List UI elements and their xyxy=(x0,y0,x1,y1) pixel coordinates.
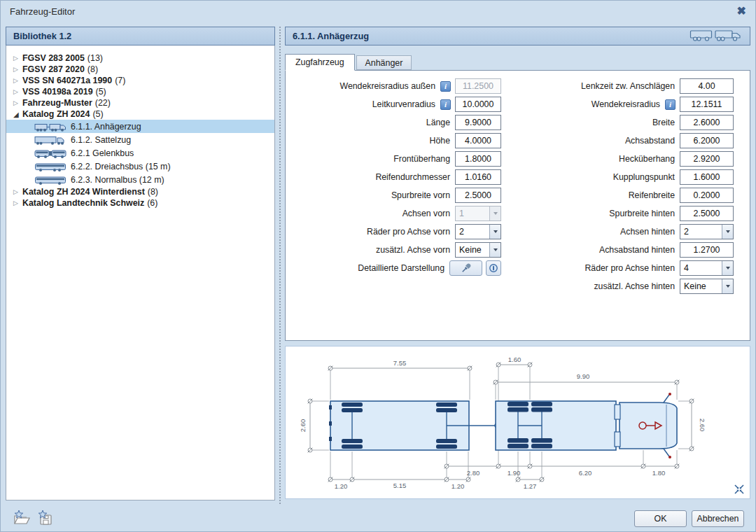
field-label: Leitkurvenradius xyxy=(372,99,435,109)
panel-splitter[interactable] xyxy=(279,27,281,504)
tree-item-fgsv-283[interactable]: ▷ FGSV 283 2005 (13) xyxy=(6,52,274,64)
field-label: Wendekreisradius außen xyxy=(340,81,435,91)
form-row: Wendekreisradius außen i xyxy=(286,77,501,95)
form-row: Kupplungspunkt xyxy=(519,168,734,186)
articulated-bus-icon xyxy=(34,148,66,159)
kupplungspunkt-input[interactable] xyxy=(680,169,734,185)
wendekreisradius-input[interactable] xyxy=(680,97,734,112)
tree-item-katalog-zh-2024[interactable]: ◢ Katalog ZH 2024 (5) xyxy=(6,108,274,120)
field-label: Spurbreite hinten xyxy=(609,209,675,218)
raeder-pro-achse-vorn-select[interactable]: 2 xyxy=(455,224,501,239)
field-label: Achsen hinten xyxy=(620,227,675,237)
detail-toggle-button[interactable] xyxy=(486,260,501,276)
tab-zugfahrzeug[interactable]: Zugfahrzeug xyxy=(285,54,355,71)
tree-item-landtechnik[interactable]: ▷ Katalog Landtechnik Schweiz (6) xyxy=(6,197,274,209)
chevron-expanded-icon[interactable]: ◢ xyxy=(13,111,22,118)
info-icon[interactable]: i xyxy=(665,99,676,110)
field-label: Räder pro Achse hinten xyxy=(584,263,675,273)
tree-item-dreiachsbus[interactable]: 6.2.2. Dreiachsbus (15 m) xyxy=(6,160,274,173)
leitkurvenradius-input[interactable] xyxy=(455,97,501,112)
form-row: zusätzl. Achse hinten Keine xyxy=(519,277,734,295)
close-icon[interactable]: ✖ xyxy=(737,6,746,17)
truck-trailer-icon xyxy=(34,121,66,132)
form-row: Spurbreite hinten xyxy=(519,204,734,223)
tree-item-anhaengerzug[interactable]: 6.1.1. Anhägerzug xyxy=(6,120,274,133)
dim-label: 1.27 xyxy=(524,482,537,490)
editor-tabs: Zugfahrzeug Anhänger xyxy=(285,54,750,70)
form-row: Achsabstand hinten xyxy=(519,241,734,259)
tree-item-sattelzug[interactable]: 6.1.2. Sattelzug xyxy=(6,133,274,146)
editor-panel: 6.1.1. Anhägerzug Zugfahrzeug xyxy=(285,27,750,500)
chevron-down-icon xyxy=(489,243,500,257)
form-row: Länge xyxy=(286,113,501,132)
dim-label: 2.80 xyxy=(467,469,480,477)
collapse-preview-icon[interactable] xyxy=(734,484,745,495)
reifenbreite-input[interactable] xyxy=(680,188,734,203)
achsabstand-input[interactable] xyxy=(680,133,734,148)
tree-item-vss-sn[interactable]: ▷ VSS SN 640271a 1990 (7) xyxy=(6,75,274,86)
achsabstand-hinten-input[interactable] xyxy=(680,242,734,258)
breite-input[interactable] xyxy=(680,115,734,130)
open-favorite-button[interactable] xyxy=(12,510,31,528)
field-label: Kupplungspunkt xyxy=(613,172,675,182)
tree-item-fahrzeug-muster[interactable]: ▷ Fahrzeug-Muster (22) xyxy=(6,97,274,108)
library-header-label: Bibliothek 1.2 xyxy=(13,31,71,41)
form-row: Achsen hinten 2 xyxy=(519,223,734,241)
bus-icon xyxy=(34,174,66,186)
truck-trailer-outline-icon xyxy=(690,28,743,44)
zusaetzl-achse-vorn-select[interactable]: Keine xyxy=(455,242,501,258)
dim-label: 1.80 xyxy=(652,469,666,477)
pipette-button[interactable] xyxy=(449,260,482,276)
folder-star-icon xyxy=(13,510,31,526)
raeder-pro-achse-hinten-select[interactable]: 4 xyxy=(680,260,734,276)
achsen-hinten-select[interactable]: 2 xyxy=(680,224,734,239)
chevron-collapsed-icon[interactable]: ▷ xyxy=(13,66,22,73)
library-header: Bibliothek 1.2 xyxy=(6,27,275,46)
reifendurchmesser-input[interactable] xyxy=(455,169,501,185)
zusaetzl-achse-hinten-select[interactable]: Keine xyxy=(680,279,734,294)
dim-label: 2.60 xyxy=(699,419,706,432)
chevron-down-icon xyxy=(722,261,733,275)
wendekreisradius-aussen-input[interactable] xyxy=(455,78,501,94)
dialog-footer: OK Abbrechen xyxy=(0,505,756,532)
chevron-collapsed-icon[interactable]: ▷ xyxy=(13,188,22,195)
field-label: Lenkzeit zw. Anschlägen xyxy=(581,81,675,91)
chevron-collapsed-icon[interactable]: ▷ xyxy=(13,77,22,84)
chevron-collapsed-icon[interactable]: ▷ xyxy=(13,55,22,62)
spurbreite-vorn-input[interactable] xyxy=(455,188,501,203)
achsen-vorn-select[interactable]: 1 xyxy=(455,206,501,221)
vehicle-form: Wendekreisradius außen i Leitkurvenradiu… xyxy=(285,70,750,341)
laenge-input[interactable] xyxy=(455,115,501,130)
vehicle-plan-drawing: 7.55 1.60 9.90 2.60 2.60 2.80 1.90 6.20 … xyxy=(286,346,748,498)
info-icon[interactable]: i xyxy=(440,81,451,92)
tree-item-fgsv-287[interactable]: ▷ FGSV 287 2020 (8) xyxy=(6,64,274,75)
hoehe-input[interactable] xyxy=(455,133,501,148)
heckueberhang-input[interactable] xyxy=(680,151,734,167)
titlebar: Fahrzeug-Editor ✖ xyxy=(0,0,756,22)
form-row: Leitkurvenradius i xyxy=(286,95,501,113)
tree-item-winterdienst[interactable]: ▷ Katalog ZH 2024 Winterdienst (8) xyxy=(6,186,274,197)
tree-item-gelenkbus[interactable]: 6.2.1 Gelenkbus xyxy=(6,146,274,160)
dim-label: 1.20 xyxy=(335,482,348,490)
ok-button[interactable]: OK xyxy=(634,510,687,527)
save-favorite-button[interactable] xyxy=(36,510,55,528)
editor-header: 6.1.1. Anhägerzug xyxy=(285,27,750,46)
chevron-down-icon xyxy=(722,279,733,293)
tab-anhaenger[interactable]: Anhänger xyxy=(356,55,412,70)
lenkzeit-input[interactable] xyxy=(680,78,734,94)
cancel-button[interactable]: Abbrechen xyxy=(692,510,744,527)
spurbreite-hinten-input[interactable] xyxy=(680,206,734,221)
tree-item-vss-40198a[interactable]: ▷ VSS 40198a 2019 (5) xyxy=(6,86,274,97)
chevron-collapsed-icon[interactable]: ▷ xyxy=(13,99,22,106)
form-row: Räder pro Achse vorn 2 xyxy=(286,223,501,241)
tree-item-normalbus[interactable]: 6.2.3. Normalbus (12 m) xyxy=(6,173,274,186)
field-label: Reifendurchmesser xyxy=(375,172,450,182)
chevron-collapsed-icon[interactable]: ▷ xyxy=(13,88,22,95)
semi-truck-icon xyxy=(34,134,66,146)
library-panel: Bibliothek 1.2 ▷ FGSV 283 2005 (13) ▷ FG… xyxy=(6,27,275,500)
frontueberhang-input[interactable] xyxy=(455,151,501,167)
info-icon[interactable]: i xyxy=(440,99,451,110)
chevron-collapsed-icon[interactable]: ▷ xyxy=(13,200,22,206)
library-tree[interactable]: ▷ FGSV 283 2005 (13) ▷ FGSV 287 2020 (8)… xyxy=(6,46,275,500)
field-label: Höhe xyxy=(430,136,450,146)
